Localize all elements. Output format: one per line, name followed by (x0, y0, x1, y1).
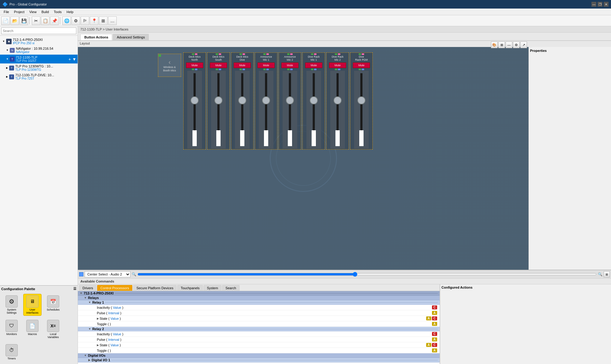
toolbar-save[interactable]: 💾 (20, 16, 28, 25)
toolbar-copy[interactable]: 📋 (41, 16, 49, 25)
add-device-button[interactable]: + ▼ (68, 57, 76, 62)
fader-knob-2[interactable] (238, 96, 246, 104)
zoom-slider[interactable] (137, 272, 597, 277)
toolbar-paste[interactable]: 📌 (50, 16, 59, 25)
cmd-relay2-state-c-badge[interactable]: C (432, 343, 437, 347)
cmd-tab-search[interactable]: Search (222, 285, 240, 291)
tree-item-4[interactable]: ▶ T 712-1100-TLP-DIVE: 10... TLP Pro 725… (0, 72, 78, 81)
close-button[interactable]: ✕ (604, 2, 609, 7)
strip-fader-3[interactable] (259, 71, 273, 149)
search-input[interactable] (1, 27, 76, 34)
titlebar-controls[interactable]: — ❐ ✕ (591, 2, 609, 7)
toolbar-open[interactable]: 📂 (10, 16, 19, 25)
palette-system-settings[interactable]: ⚙ SystemSettings (2, 294, 21, 316)
layout-settings-btn[interactable]: ⚙ (513, 41, 520, 48)
strip-fader-2[interactable] (235, 71, 250, 149)
fader-knob-1[interactable] (214, 96, 222, 104)
toolbar-settings[interactable]: ⚙ (71, 16, 80, 25)
tree-collapse-3[interactable]: ▶ (6, 67, 8, 69)
toolbar-cut[interactable]: ✂ (32, 16, 40, 25)
tree-item-3[interactable]: ▶ T TLP Pro 1230WTG : 10... TLP Pro 1230… (0, 63, 78, 72)
toolbar-expand[interactable]: ⊞ (99, 16, 108, 25)
maximize-button[interactable]: ❐ (598, 2, 602, 7)
strip-bot-indicators-2 (240, 69, 245, 70)
cmd-relay2-pulse-a-badge[interactable]: A (432, 337, 437, 341)
fader-knob-3[interactable] (262, 96, 270, 104)
cmd-relay2-inactivity-c-badge[interactable]: C (432, 332, 437, 336)
cmd-tab-system[interactable]: System (203, 285, 221, 291)
strip-mute-4[interactable]: Mute (281, 63, 298, 68)
tree-collapse-4[interactable]: ▶ (6, 75, 8, 78)
fader-knob-4[interactable] (286, 96, 294, 104)
cmd-tab-control-processors[interactable]: Control Processors (97, 285, 133, 291)
palette-local-variables[interactable]: X= LocalVariables (44, 318, 62, 340)
layout-minus-btn[interactable]: — (506, 41, 512, 48)
menu-project[interactable]: Project (12, 9, 27, 14)
layout-color-btn[interactable]: 🎨 (491, 41, 498, 48)
tree-item-2[interactable]: ▼ T 712-1100-TLP TLP Pro 1025T + ▼ (0, 55, 78, 63)
palette-monitors[interactable]: 🛡 Monitors (2, 318, 21, 340)
strip-mute-5[interactable]: Mute (305, 63, 322, 68)
cmd-tab-touchpanels[interactable]: Touchpanels (177, 285, 203, 291)
fader-knob-6[interactable] (334, 96, 342, 104)
menu-help[interactable]: Help (64, 9, 76, 14)
cmd-relay1-toggle-a-badge[interactable]: A (432, 322, 437, 326)
strip-mute-1[interactable]: Mute (210, 63, 227, 68)
tree-collapse-2[interactable]: ▼ (6, 58, 9, 60)
cmd-relay2-inactivity: Inactivity ( Value ) C (78, 331, 440, 337)
toolbar-new[interactable]: 📄 (1, 16, 10, 25)
menu-tools[interactable]: Tools (51, 9, 64, 14)
zoom-in-icon[interactable]: 🔍 (598, 272, 602, 276)
cmd-relay1-state-a-badge[interactable]: A (426, 316, 431, 320)
fader-knob-5[interactable] (310, 96, 318, 104)
commands-tabs: Drivers Control Processors Secure Platfo… (78, 284, 440, 291)
strip-mute-2[interactable]: Mute (234, 63, 251, 68)
tab-button-actions[interactable]: Button Actions (80, 34, 112, 40)
strip-fader-4[interactable] (283, 71, 297, 149)
tab-advanced-settings[interactable]: Advanced Settings (113, 34, 149, 40)
minimize-button[interactable]: — (591, 2, 596, 7)
palette-schedules[interactable]: 📅 Schedules (44, 294, 62, 316)
center-select-dropdown[interactable]: Center Select - Audio 2 (85, 271, 130, 277)
toolbar-flag[interactable]: 🏳 (81, 16, 89, 25)
cmd-relay1-state-c-badge[interactable]: C (432, 316, 437, 320)
zoom-fit-button[interactable]: ⊞ (604, 271, 610, 277)
zoom-out-icon[interactable]: 🔍 (132, 272, 136, 276)
palette-macros[interactable]: 📄 Macros (23, 318, 42, 340)
cmd-tab-drivers[interactable]: Drivers (79, 285, 97, 291)
strip-fader-5[interactable] (306, 71, 321, 149)
toolbar-network[interactable]: 🌐 (62, 16, 71, 25)
cmd-relay1-pulse-a-badge[interactable]: A (432, 311, 437, 315)
menu-build[interactable]: Build (39, 9, 51, 14)
strip-mute-6[interactable]: Mute (329, 63, 346, 68)
strip-mute-3[interactable]: Mute (258, 63, 275, 68)
strip-fader-6[interactable] (330, 71, 345, 149)
strip-bot-indicators-1 (216, 69, 221, 70)
palette-timers[interactable]: ⏱ Timers (2, 343, 21, 362)
strip-fader-1[interactable] (211, 71, 226, 149)
strip-mute-0[interactable]: Mute (186, 63, 203, 68)
toolbar-extra[interactable]: … (108, 16, 117, 25)
tree-collapse-1[interactable]: ▼ (6, 49, 9, 52)
layout-expand-btn[interactable]: ↗ (520, 41, 527, 48)
fader-knob-7[interactable] (357, 96, 365, 104)
cmd-relay1-inactivity-c-badge[interactable]: C (432, 305, 437, 309)
menu-file[interactable]: File (1, 9, 12, 14)
layout-grid-btn[interactable]: ⊞ (498, 41, 505, 48)
fader-knob-0[interactable] (191, 96, 199, 104)
wireless-booth-button[interactable]: ‹ Wireless &Booth Mics (158, 54, 181, 77)
cmd-tab-secure-platform[interactable]: Secure Platform Devices (133, 285, 177, 291)
toolbar-location[interactable]: 📍 (90, 16, 98, 25)
strip-fader-7[interactable] (354, 71, 369, 149)
tree-item-0[interactable]: ▼ ■ 712-1-4-PRO-250XI IPCP Pro 250 xi (0, 37, 78, 46)
tree-item-1[interactable]: ▼ N NAVigator : 10.99.216.54 NAVigator (0, 46, 78, 55)
config-palette-menu[interactable]: ☰ (73, 287, 76, 291)
strip-mute-7[interactable]: Mute (353, 63, 370, 68)
menu-view[interactable]: View (27, 9, 39, 14)
tree-collapse-0[interactable]: ▼ (2, 40, 5, 43)
cmd-relay2-toggle-a-badge[interactable]: A (432, 348, 437, 352)
cmd-relay2-state-a-badge[interactable]: A (426, 343, 431, 347)
commands-label-header: Available Commands (78, 279, 611, 284)
strip-fader-0[interactable] (187, 71, 202, 149)
palette-user-interfaces[interactable]: 🖥 UserInterfaces (23, 294, 42, 316)
